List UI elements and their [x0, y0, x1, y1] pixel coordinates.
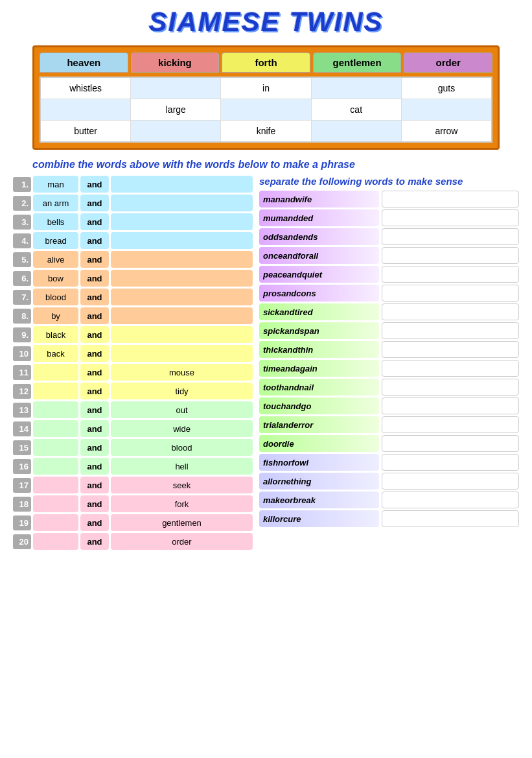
page-title: SIAMESE TWINS [148, 6, 383, 37]
separate-row-1: manandwife [259, 191, 519, 207]
row-first-word-7: blood [33, 289, 78, 305]
tab-order: order [404, 53, 492, 73]
separate-answer-10[interactable] [382, 360, 519, 377]
numbered-row-6: 6.bowand [13, 270, 253, 287]
row-last-word-15: blood [111, 439, 253, 456]
separate-answer-7[interactable] [382, 303, 519, 320]
separate-answer-16[interactable] [382, 473, 519, 490]
row-and-10: and [80, 345, 109, 362]
row-and-17: and [80, 477, 109, 493]
row-and-11: and [80, 364, 109, 381]
separate-word-9: thickandthin [259, 341, 379, 358]
row-first-word-5: alive [33, 251, 78, 268]
separate-answer-6[interactable] [382, 285, 519, 302]
numbered-row-3: 3.bellsand [13, 213, 253, 230]
row-last-word-17: seek [111, 477, 253, 493]
separate-word-7: sickandtired [259, 303, 379, 320]
row-and-16: and [80, 458, 109, 475]
separate-row-10: timeandagain [259, 360, 519, 377]
separate-row-18: killorcure [259, 510, 519, 527]
row-number-20: 20 [13, 534, 31, 549]
separate-answer-1[interactable] [382, 191, 519, 207]
row-and-8: and [80, 307, 109, 324]
grid-cell-1-4 [312, 78, 402, 99]
numbered-row-1: 1.manand [13, 176, 253, 193]
row-and-9: and [80, 326, 109, 343]
row-last-word-19: gentlemen [111, 514, 253, 531]
separate-word-13: trialanderror [259, 416, 379, 433]
row-number-4: 4. [13, 233, 31, 248]
separate-answer-14[interactable] [382, 435, 519, 452]
row-number-2: 2. [13, 196, 31, 211]
separate-row-16: allornething [259, 473, 519, 490]
separate-answer-15[interactable] [382, 454, 519, 471]
separate-answer-3[interactable] [382, 228, 519, 245]
row-last-word-10 [111, 345, 253, 362]
grid-cell-1-1: whistles [41, 78, 131, 99]
row-first-word-14 [33, 420, 78, 437]
separate-row-15: fishnorfowl [259, 454, 519, 471]
separate-answer-11[interactable] [382, 379, 519, 396]
row-number-1: 1. [13, 177, 31, 192]
separate-word-2: mumandded [259, 209, 379, 226]
grid-row-3: butter knife arrow [41, 121, 491, 141]
row-number-5: 5. [13, 252, 31, 267]
row-last-word-1 [111, 176, 253, 193]
separate-word-18: killorcure [259, 510, 379, 527]
separate-answer-9[interactable] [382, 341, 519, 358]
row-last-word-8 [111, 307, 253, 324]
separate-answer-12[interactable] [382, 397, 519, 414]
row-number-3: 3. [13, 215, 31, 230]
separate-answer-2[interactable] [382, 209, 519, 226]
separate-row-11: toothandnail [259, 379, 519, 396]
separate-row-14: doordie [259, 435, 519, 452]
separate-answer-8[interactable] [382, 322, 519, 339]
numbered-row-4: 4.breadand [13, 232, 253, 249]
grid-row-1: whistles in guts [41, 78, 491, 99]
separate-answer-13[interactable] [382, 416, 519, 433]
separate-row-3: oddsandends [259, 228, 519, 245]
grid-cell-3-2 [131, 121, 221, 141]
row-and-13: and [80, 401, 109, 418]
separate-word-6: prosandcons [259, 285, 379, 302]
tab-gentlemen: gentlemen [313, 53, 402, 73]
row-number-16: 16 [13, 459, 31, 474]
row-first-word-20 [33, 533, 78, 550]
separate-word-14: doordie [259, 435, 379, 452]
row-and-4: and [80, 232, 109, 249]
separate-row-8: spickandspan [259, 322, 519, 339]
row-first-word-12 [33, 383, 78, 399]
title-area: SIAMESE TWINS [6, 6, 526, 38]
separate-word-16: allornething [259, 473, 379, 490]
row-number-15: 15 [13, 440, 31, 455]
row-first-word-6: bow [33, 270, 78, 287]
numbered-row-9: 9.blackand [13, 326, 253, 343]
numbered-row-8: 8.byand [13, 307, 253, 324]
separate-answer-5[interactable] [382, 266, 519, 283]
numbered-row-11: 11andmouse [13, 364, 253, 381]
separate-answer-4[interactable] [382, 247, 519, 264]
row-last-word-20: order [111, 533, 253, 550]
separate-word-11: toothandnail [259, 379, 379, 396]
numbered-row-7: 7.bloodand [13, 289, 253, 305]
separate-answer-18[interactable] [382, 510, 519, 527]
row-number-11: 11 [13, 365, 31, 380]
grid-cell-2-4: cat [312, 99, 402, 120]
separate-answer-17[interactable] [382, 492, 519, 508]
numbered-row-18: 18andfork [13, 495, 253, 512]
separate-row-13: trialanderror [259, 416, 519, 433]
main-columns: 1.manand2.an armand3.bellsand4.breadand5… [13, 176, 519, 552]
row-first-word-13 [33, 401, 78, 418]
grid-cell-2-1 [41, 99, 131, 120]
word-grid: whistles in guts large cat butter knife … [40, 77, 492, 143]
row-last-word-13: out [111, 401, 253, 418]
row-first-word-4: bread [33, 232, 78, 249]
separate-row-17: makeorbreak [259, 492, 519, 508]
row-last-word-14: wide [111, 420, 253, 437]
row-and-7: and [80, 289, 109, 305]
numbered-row-10: 10backand [13, 345, 253, 362]
row-last-word-6 [111, 270, 253, 287]
row-number-13: 13 [13, 403, 31, 418]
grid-row-2: large cat [41, 99, 491, 121]
tab-kicking: kicking [131, 53, 220, 73]
